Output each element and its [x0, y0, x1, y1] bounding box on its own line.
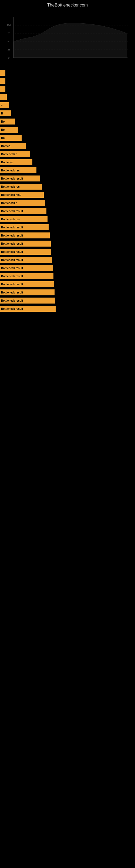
list-item: [0, 77, 135, 84]
list-item: Bo: [0, 126, 135, 133]
bottleneck-bar: B: [0, 111, 11, 116]
bottleneck-bar: [0, 70, 5, 76]
list-item: Bottleneck r: [0, 151, 135, 158]
bottleneck-bar: Bottleneck result: [0, 289, 54, 296]
bottleneck-bar: [0, 94, 7, 100]
bottleneck-bar: Bottleneck result: [0, 265, 53, 271]
list-item: Bottleneck result: [0, 273, 135, 280]
list-item: Bottleneck result: [0, 281, 135, 288]
bottleneck-bar: Bottleneck result: [0, 306, 56, 312]
site-header: TheBottlenecker.com: [0, 0, 135, 9]
bottleneck-bar: Bottleneck r: [0, 200, 45, 206]
bottleneck-bar: Bottleneck resu: [0, 192, 44, 198]
list-item: Bottleneck result: [0, 232, 135, 239]
list-item: [0, 86, 135, 93]
list-item: B: [0, 110, 135, 117]
bottleneck-bar: Bottleneck result: [0, 208, 46, 214]
list-item: Bottleneck res: [0, 167, 135, 174]
bottleneck-bar: Bottleneck res: [0, 167, 37, 173]
bottleneck-bar: Bottlenec: [0, 159, 32, 165]
bottleneck-bar: [0, 86, 5, 92]
bottleneck-bar: Bottleneck res: [0, 184, 42, 190]
list-item: Bottleneck result: [0, 256, 135, 264]
bottleneck-bar: Bottleneck result: [0, 281, 54, 287]
list-item: Bottleneck resu: [0, 191, 135, 198]
bottleneck-bar: [0, 78, 5, 84]
list-item: Bo: [0, 134, 135, 141]
list-item: Bottleneck result: [0, 297, 135, 304]
svg-text:100: 100: [7, 24, 11, 27]
bottleneck-bar: Bottlen: [0, 143, 26, 149]
bottleneck-list: s B Bo Bo Bo Bottlen Bottleneck r Bottle…: [0, 66, 135, 315]
chart-area: 100 75 50 25 0: [5, 14, 130, 63]
list-item: Bottleneck result: [0, 248, 135, 255]
svg-text:75: 75: [8, 32, 10, 35]
bottleneck-bar: Bottleneck res: [0, 216, 48, 222]
list-item: Bottleneck res: [0, 216, 135, 223]
svg-text:25: 25: [8, 48, 10, 51]
list-item: Bottleneck result: [0, 305, 135, 312]
list-item: Bottleneck r: [0, 199, 135, 207]
bottleneck-bar: Bottleneck result: [0, 257, 52, 263]
list-item: Bottlenec: [0, 159, 135, 166]
bottleneck-bar: s: [0, 102, 9, 108]
list-item: Bottlen: [0, 143, 135, 150]
bottleneck-bar: Bo: [0, 127, 18, 133]
list-item: Bottleneck result: [0, 240, 135, 247]
list-item: Bottleneck result: [0, 175, 135, 182]
list-item: Bottleneck result: [0, 289, 135, 296]
list-item: [0, 94, 135, 101]
list-item: Bottleneck result: [0, 265, 135, 272]
list-item: s: [0, 102, 135, 109]
bottleneck-bar: Bottleneck result: [0, 249, 51, 255]
bottleneck-bar: Bottleneck result: [0, 224, 49, 230]
bottleneck-bar: Bottleneck result: [0, 241, 51, 247]
bottleneck-bar: Bottleneck result: [0, 176, 40, 182]
list-item: Bottleneck res: [0, 183, 135, 190]
svg-text:50: 50: [8, 40, 10, 43]
bottleneck-bar: Bottleneck result: [0, 232, 50, 239]
site-title: TheBottlenecker.com: [0, 0, 135, 9]
svg-text:0: 0: [8, 56, 9, 59]
bottleneck-bar: Bo: [0, 119, 15, 124]
list-item: Bottleneck result: [0, 208, 135, 215]
bottleneck-bar: Bottleneck result: [0, 273, 53, 279]
bottleneck-bar: Bottleneck r: [0, 151, 30, 157]
list-item: Bo: [0, 118, 135, 125]
bottleneck-bar: Bottleneck result: [0, 298, 55, 304]
list-item: [0, 69, 135, 76]
bottleneck-bar: Bo: [0, 135, 21, 141]
list-item: Bottleneck result: [0, 224, 135, 231]
